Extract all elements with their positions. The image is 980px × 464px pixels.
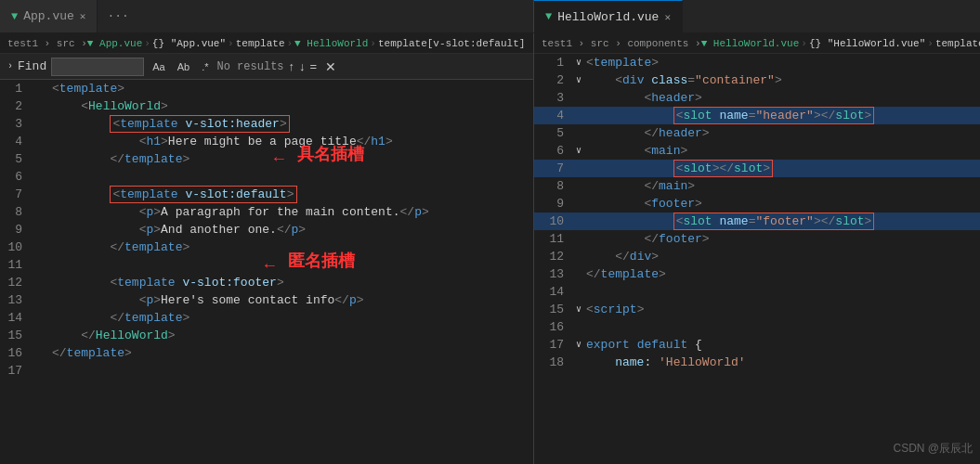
r-line-gutter-7 — [571, 160, 586, 177]
r-line-content-15: <script> — [586, 301, 644, 318]
find-regex-btn[interactable]: .* — [198, 59, 212, 74]
r-line-gutter-2: ∨ — [571, 71, 586, 89]
r-code-line-6: 6 ∨ <main> — [534, 142, 980, 160]
line-gutter-12 — [37, 274, 52, 291]
line-content-15: </HelloWorld> — [52, 327, 176, 344]
r-line-content-6: <main> — [586, 142, 687, 160]
breadcrumb-text-right: test1 › src › components › — [542, 38, 701, 49]
r-line-gutter-3 — [571, 89, 586, 107]
tab-label-right: HelloWorld.vue — [557, 10, 659, 24]
r-line-gutter-17: ∨ — [571, 336, 586, 354]
find-input[interactable] — [51, 58, 144, 76]
line-num-6: 6 — [0, 168, 37, 186]
line-gutter-13 — [37, 291, 52, 309]
r-line-gutter-18 — [571, 354, 586, 371]
line-content-11 — [52, 256, 59, 274]
r-line-content-14 — [586, 283, 594, 301]
line-content-9: <p>And another one.</p> — [52, 221, 306, 238]
line-gutter-11 — [37, 256, 52, 274]
line-gutter-17 — [37, 362, 52, 380]
line-gutter-5 — [37, 150, 52, 168]
find-replace-btn[interactable]: = — [310, 59, 318, 73]
r-line-num-3: 3 — [534, 89, 571, 107]
breadcrumb-sep1: › — [144, 38, 150, 49]
breadcrumb-template-left: template — [236, 38, 285, 49]
r-line-num-12: 12 — [534, 248, 571, 265]
r-code-line-13: 13 </template> — [534, 265, 980, 283]
line-num-4: 4 — [0, 133, 37, 150]
code-line-10: 10 </template> — [0, 238, 533, 256]
line-content-13: <p>Here's some contact info</p> — [52, 291, 364, 309]
r-line-num-16: 16 — [534, 318, 571, 336]
r-code-line-3: 3 <header> — [534, 89, 980, 107]
r-code-line-7: 7 <slot></slot> — [534, 160, 980, 177]
vue-icon-right: ▼ — [545, 10, 552, 23]
breadcrumb-left: test1 › src › ▼ App.vue › {} "App.vue" ›… — [0, 33, 533, 54]
r-code-line-16: 16 — [534, 318, 980, 336]
line-num-9: 9 — [0, 221, 37, 238]
find-bar: › Find Aa Ab .* No results ↑ ↓ = ✕ — [0, 54, 533, 80]
r-line-gutter-9 — [571, 195, 586, 213]
find-bar-arrow: › — [7, 61, 13, 71]
r-code-line-11: 11 </footer> — [534, 230, 980, 248]
tab-helloworld-vue[interactable]: ▼ HelloWorld.vue ✕ — [534, 0, 683, 32]
r-code-line-1: 1 ∨ <template> — [534, 54, 980, 71]
line-gutter-8 — [37, 203, 52, 221]
line-content-4: <h1>Here might be a page title</h1> — [52, 133, 393, 150]
breadcrumb-right: test1 › src › components › ▼ HelloWorld.… — [534, 33, 980, 54]
line-gutter-6 — [37, 168, 52, 186]
line-content-5: </template> — [52, 150, 189, 168]
find-next-btn[interactable]: ↓ — [299, 59, 306, 73]
tab-bars-row: ▼ App.vue ✕ ··· ▼ HelloWorld.vue ✕ — [0, 0, 980, 33]
line-gutter-4 — [37, 133, 52, 150]
line-num-3: 3 — [0, 115, 37, 133]
find-close-btn[interactable]: ✕ — [325, 59, 336, 74]
find-case-btn[interactable]: Aa — [149, 59, 168, 74]
r-line-gutter-1: ∨ — [571, 54, 586, 71]
line-num-5: 5 — [0, 150, 37, 168]
r-line-gutter-8 — [571, 177, 586, 195]
breadcrumb-sep2: › — [228, 38, 234, 49]
breadcrumb-vue-right: ▼ HelloWorld.vue — [701, 38, 800, 49]
code-line-14: 14 </template> — [0, 309, 533, 327]
right-editor: test1 › src › components › ▼ HelloWorld.… — [534, 33, 980, 464]
left-code-area[interactable]: 1 <template> 2 <HelloWorld> 3 <template … — [0, 80, 533, 464]
r-line-content-9: <footer> — [586, 195, 702, 213]
r-line-content-18: name: 'HelloWorld' — [586, 354, 746, 371]
code-line-13: 13 <p>Here's some contact info</p> — [0, 291, 533, 309]
close-icon[interactable]: ✕ — [80, 10, 86, 22]
r-line-num-6: 6 — [534, 142, 571, 160]
code-line-2: 2 <HelloWorld> — [0, 97, 533, 115]
r-line-gutter-16 — [571, 318, 586, 336]
r-code-line-4: 4 <slot name="header"></slot> — [534, 107, 980, 124]
breadcrumb-slot-left: template[v-slot:default] — [378, 38, 525, 49]
r-code-line-14: 14 — [534, 283, 980, 301]
tab-app-vue[interactable]: ▼ App.vue ✕ — [0, 0, 98, 32]
r-line-num-17: 17 — [534, 336, 571, 354]
line-num-1: 1 — [0, 80, 37, 97]
r-line-gutter-13 — [571, 265, 586, 283]
tab-label: App.vue — [23, 9, 74, 23]
r-code-line-18: 18 name: 'HelloWorld' — [534, 354, 980, 371]
r-line-content-5: </header> — [586, 124, 710, 142]
breadcrumb-text-left: test1 › src › — [7, 38, 87, 49]
r-line-content-7: <slot></slot> — [586, 160, 773, 177]
find-prev-btn[interactable]: ↑ — [289, 59, 295, 73]
code-line-6: 6 — [0, 168, 533, 186]
r-line-content-4: <slot name="header"></slot> — [586, 107, 874, 124]
tab-more-left[interactable]: ··· — [98, 0, 137, 32]
line-content-2: <HelloWorld> — [52, 97, 168, 115]
breadcrumb-template-right: template — [935, 38, 980, 49]
r-line-content-11: </footer> — [586, 230, 710, 248]
right-code-area[interactable]: 1 ∨ <template> 2 ∨ <div class="container… — [534, 54, 980, 464]
close-icon-right[interactable]: ✕ — [664, 11, 671, 23]
find-word-btn[interactable]: Ab — [174, 59, 193, 74]
r-line-content-13: </template> — [586, 265, 666, 283]
breadcrumb-sep4: › — [370, 38, 376, 49]
r-line-num-18: 18 — [534, 354, 571, 371]
line-content-8: <p>A paragraph for the main content.</p> — [52, 203, 429, 221]
line-content-6 — [52, 168, 59, 186]
r-code-line-15: 15 ∨ <script> — [534, 301, 980, 318]
line-num-8: 8 — [0, 203, 37, 221]
code-line-8: 8 <p>A paragraph for the main content.</… — [0, 203, 533, 221]
